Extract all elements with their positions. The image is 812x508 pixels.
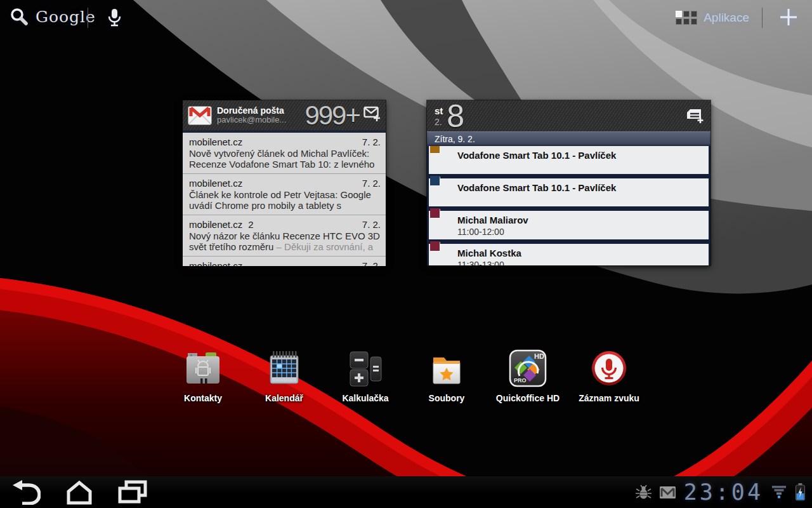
divider — [762, 8, 763, 28]
apps-button[interactable]: Aplikace — [676, 11, 749, 25]
email-list-item[interactable]: mobilenet.cz7. 2. Článek ke kontrole od … — [183, 173, 386, 215]
calendar-event[interactable]: Vodafone Smart Tab 10.1 - Pavlíček — [429, 178, 709, 206]
gmail-widget[interactable]: Doručená pošta pavlicek@mobile... 999+ m… — [183, 100, 386, 266]
unread-count: 999+ — [304, 102, 360, 129]
email-sender: mobilenet.cz — [189, 136, 242, 148]
app-shortcut-zaznam-zvuku[interactable]: Záznam zvuku — [568, 348, 650, 403]
email-date: 7. 2. — [362, 218, 381, 231]
add-event-button[interactable] — [683, 105, 705, 127]
calendar-event-list: Vodafone Smart Tab 10.1 - Pavlíček Vodaf… — [427, 146, 710, 265]
gmail-widget-header[interactable]: Doručená pošta pavlicek@mobile... 999+ — [183, 100, 386, 133]
add-event-icon — [684, 106, 704, 124]
email-date: 7. 2. — [362, 177, 381, 189]
top-bar: Google Aplikace — [0, 0, 812, 36]
calendar-day-abbrev: st — [435, 106, 443, 116]
compose-email-button[interactable] — [362, 105, 382, 126]
email-sender: mobilenet.cz — [189, 260, 242, 266]
calendar-widget-header[interactable]: st 2. 8 — [427, 100, 710, 131]
voice-search-button[interactable] — [103, 7, 126, 30]
svg-text:HD: HD — [534, 352, 544, 360]
app-shortcut-kalendar[interactable]: Kalendář — [244, 348, 325, 403]
email-list-item[interactable]: mobilenet.cz27. 2. Nový názor ke článku … — [183, 215, 386, 256]
status-area[interactable]: 23:04 — [636, 476, 806, 508]
event-color-square — [430, 241, 440, 251]
svg-text:PRO: PRO — [514, 377, 527, 384]
files-app-icon — [426, 348, 467, 389]
event-color-square — [430, 176, 440, 185]
email-sender: mobilenet.cz — [189, 177, 242, 189]
app-shortcut-row: A Kontakty — [162, 348, 650, 403]
calculator-app-icon — [345, 348, 386, 389]
apps-grid-icon — [676, 11, 697, 25]
add-widget-button[interactable] — [775, 7, 802, 29]
calendar-event[interactable]: Michal Kostka 11:30-13:00 — [429, 244, 709, 265]
email-date: 7. 2. — [362, 260, 381, 266]
app-shortcut-kalkulacka[interactable]: Kalkulačka — [325, 348, 406, 403]
event-color-square — [430, 146, 440, 153]
plus-icon — [779, 8, 798, 27]
app-shortcut-soubory[interactable]: Soubory — [406, 348, 487, 403]
event-color-square — [430, 208, 440, 218]
battery-charging-icon — [795, 483, 806, 501]
navigation-buttons — [11, 476, 147, 508]
gmail-folder-title: Doručená pošta — [217, 105, 286, 116]
usb-debug-icon — [636, 485, 652, 500]
email-list: mobilenet.cz7. 2. Nově vytvořený článek … — [183, 133, 386, 266]
search-icon — [9, 6, 29, 27]
google-logo: Google — [36, 8, 96, 26]
calendar-section-label: Zítra, 9. 2. — [427, 131, 710, 146]
home-button[interactable] — [66, 479, 93, 505]
recent-apps-icon — [118, 480, 147, 504]
gmail-account: pavlicek@mobile... — [217, 116, 286, 125]
compose-email-icon — [363, 106, 381, 123]
divider — [88, 8, 88, 28]
google-search-widget[interactable]: Google — [9, 6, 96, 27]
email-sender: mobilenet.cz — [189, 218, 242, 231]
email-date: 7. 2. — [362, 136, 381, 148]
clock[interactable]: 23:04 — [684, 481, 763, 504]
calendar-day-number: 8 — [447, 100, 464, 132]
quickoffice-app-icon: HD PRO — [508, 348, 548, 389]
calendar-widget[interactable]: st 2. 8 Zítra, 9. 2. Vodafone Smart Tab … — [427, 100, 710, 265]
recent-apps-button[interactable] — [118, 480, 147, 504]
signal-strength-icon — [771, 485, 787, 499]
app-shortcut-quickoffice[interactable]: HD PRO Quickoffice HD — [487, 348, 568, 403]
apps-button-label: Aplikace — [704, 11, 749, 25]
system-bar: 23:04 — [0, 476, 812, 508]
app-shortcut-kontakty[interactable]: A Kontakty — [162, 348, 244, 403]
email-list-item[interactable]: mobilenet.cz7. 2. Nově vytvořený článek … — [183, 133, 386, 173]
email-list-item[interactable]: mobilenet.cz7. 2. — [183, 256, 386, 266]
contacts-app-icon: A — [183, 348, 223, 389]
voice-recorder-app-icon — [589, 348, 629, 389]
microphone-icon — [107, 8, 122, 28]
top-right-cluster: Aplikace — [676, 0, 802, 36]
calendar-app-icon — [264, 348, 304, 389]
calendar-month-date: 2. — [435, 117, 443, 126]
back-button[interactable] — [11, 479, 41, 505]
calendar-event[interactable]: Michal Maliarov 11:00-12:00 — [429, 211, 709, 239]
gmail-notification-icon — [660, 486, 676, 498]
gmail-icon — [188, 106, 212, 125]
home-screen: Google Aplikace — [0, 0, 812, 508]
home-icon — [66, 479, 93, 505]
calendar-event[interactable]: Vodafone Smart Tab 10.1 - Pavlíček — [429, 146, 709, 174]
back-icon — [11, 479, 41, 505]
